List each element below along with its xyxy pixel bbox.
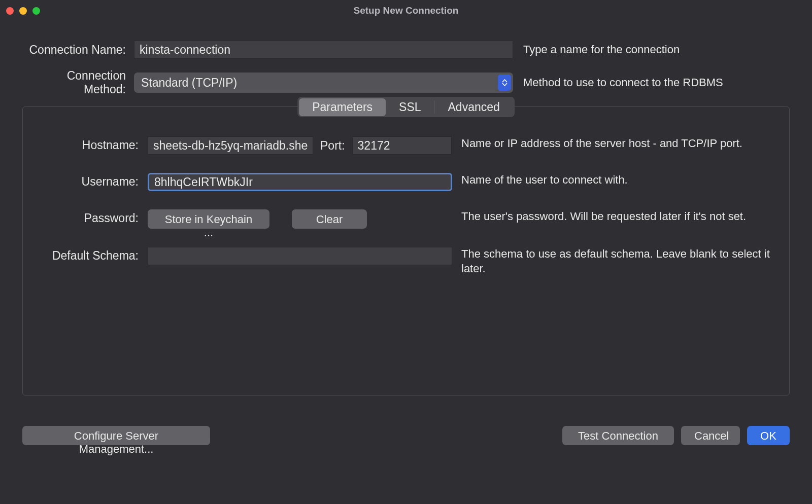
password-label: Password: bbox=[37, 209, 139, 225]
store-keychain-button[interactable]: Store in Keychain ... bbox=[148, 209, 269, 229]
clear-password-button[interactable]: Clear bbox=[292, 209, 367, 229]
default-schema-label: Default Schema: bbox=[37, 247, 139, 263]
hostname-hint: Name or IP address of the server host - … bbox=[461, 136, 775, 151]
connection-name-hint: Type a name for the connection bbox=[519, 43, 790, 56]
maximize-window-button[interactable] bbox=[32, 7, 40, 15]
connection-method-value: Standard (TCP/IP) bbox=[141, 76, 237, 90]
connection-method-select[interactable]: Standard (TCP/IP) bbox=[134, 73, 513, 93]
username-label: Username: bbox=[37, 173, 139, 189]
connection-name-label: Connection Name: bbox=[22, 43, 128, 57]
connection-name-input[interactable] bbox=[134, 41, 513, 59]
hostname-input[interactable] bbox=[148, 136, 313, 155]
default-schema-hint: The schema to use as default schema. Lea… bbox=[461, 247, 775, 276]
updown-icon bbox=[498, 75, 511, 91]
ok-button[interactable]: OK bbox=[747, 426, 790, 445]
window-controls bbox=[6, 7, 40, 15]
cancel-button[interactable]: Cancel bbox=[681, 426, 740, 445]
tab-advanced[interactable]: Advanced bbox=[435, 98, 513, 116]
tab-parameters[interactable]: Parameters bbox=[299, 98, 386, 116]
titlebar: Setup New Connection bbox=[0, 0, 812, 21]
password-hint: The user's password. Will be requested l… bbox=[461, 209, 775, 224]
window-title: Setup New Connection bbox=[0, 5, 812, 16]
test-connection-button[interactable]: Test Connection bbox=[562, 426, 674, 445]
default-schema-input[interactable] bbox=[148, 247, 452, 265]
parameters-panel: Parameters SSL Advanced Hostname: Port: … bbox=[22, 106, 790, 395]
port-label: Port: bbox=[320, 139, 345, 153]
username-hint: Name of the user to connect with. bbox=[461, 173, 775, 188]
connection-method-hint: Method to use to connect to the RDBMS bbox=[519, 76, 790, 89]
tab-bar: Parameters SSL Advanced bbox=[297, 97, 515, 117]
tab-ssl[interactable]: SSL bbox=[386, 98, 434, 116]
configure-server-button[interactable]: Configure Server Management... bbox=[22, 426, 210, 445]
connection-method-label: Connection Method: bbox=[22, 69, 128, 96]
hostname-label: Hostname: bbox=[37, 136, 139, 152]
minimize-window-button[interactable] bbox=[19, 7, 27, 15]
port-input[interactable] bbox=[352, 136, 452, 155]
username-input[interactable] bbox=[148, 173, 452, 191]
close-window-button[interactable] bbox=[6, 7, 14, 15]
